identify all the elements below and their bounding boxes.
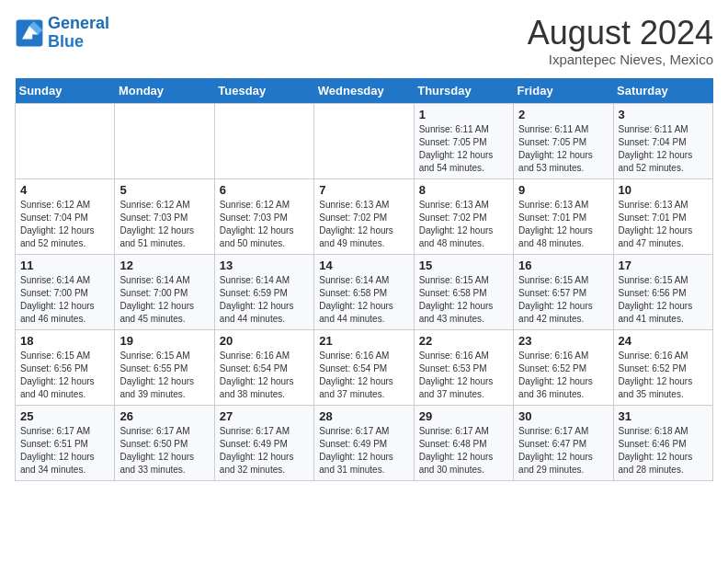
- day-number: 21: [319, 334, 408, 348]
- calendar-cell: [314, 103, 414, 178]
- day-info: Sunrise: 6:17 AM Sunset: 6:47 PM Dayligh…: [518, 425, 608, 477]
- day-info: Sunrise: 6:13 AM Sunset: 7:02 PM Dayligh…: [419, 199, 508, 250]
- calendar-cell: 8Sunrise: 6:13 AM Sunset: 7:02 PM Daylig…: [414, 178, 513, 254]
- day-number: 26: [119, 409, 209, 423]
- week-row-2: 4Sunrise: 6:12 AM Sunset: 7:04 PM Daylig…: [16, 178, 713, 254]
- day-info: Sunrise: 6:17 AM Sunset: 6:51 PM Dayligh…: [20, 425, 109, 477]
- week-row-1: 1Sunrise: 6:11 AM Sunset: 7:05 PM Daylig…: [16, 103, 713, 178]
- day-number: 25: [20, 409, 109, 423]
- calendar-table: SundayMondayTuesdayWednesdayThursdayFrid…: [15, 78, 713, 481]
- calendar-cell: 20Sunrise: 6:16 AM Sunset: 6:54 PM Dayli…: [214, 329, 313, 405]
- day-info: Sunrise: 6:14 AM Sunset: 6:58 PM Dayligh…: [319, 274, 408, 326]
- calendar-cell: 4Sunrise: 6:12 AM Sunset: 7:04 PM Daylig…: [16, 178, 115, 254]
- day-number: 30: [518, 409, 608, 423]
- calendar-cell: 7Sunrise: 6:13 AM Sunset: 7:02 PM Daylig…: [314, 178, 414, 254]
- calendar-cell: 14Sunrise: 6:14 AM Sunset: 6:58 PM Dayli…: [314, 254, 414, 329]
- title-block: August 2024 Ixpantepec Nieves, Mexico: [528, 15, 713, 67]
- day-info: Sunrise: 6:16 AM Sunset: 6:52 PM Dayligh…: [619, 350, 708, 401]
- day-number: 27: [220, 409, 309, 423]
- day-number: 22: [419, 334, 508, 348]
- calendar-cell: 27Sunrise: 6:17 AM Sunset: 6:49 PM Dayli…: [214, 405, 313, 480]
- day-number: 13: [220, 259, 309, 272]
- day-info: Sunrise: 6:12 AM Sunset: 7:03 PM Dayligh…: [220, 199, 309, 250]
- week-row-3: 11Sunrise: 6:14 AM Sunset: 7:00 PM Dayli…: [16, 254, 713, 329]
- calendar-cell: 10Sunrise: 6:13 AM Sunset: 7:01 PM Dayli…: [613, 178, 712, 254]
- day-number: 1: [419, 108, 508, 121]
- day-info: Sunrise: 6:14 AM Sunset: 7:00 PM Dayligh…: [20, 274, 109, 326]
- day-info: Sunrise: 6:13 AM Sunset: 7:01 PM Dayligh…: [619, 199, 708, 250]
- day-number: 3: [619, 108, 708, 121]
- day-info: Sunrise: 6:16 AM Sunset: 6:52 PM Dayligh…: [518, 350, 608, 401]
- calendar-cell: 1Sunrise: 6:11 AM Sunset: 7:05 PM Daylig…: [414, 103, 513, 178]
- calendar-cell: 26Sunrise: 6:17 AM Sunset: 6:50 PM Dayli…: [115, 405, 214, 480]
- day-info: Sunrise: 6:15 AM Sunset: 6:55 PM Dayligh…: [119, 350, 209, 401]
- calendar-cell: 19Sunrise: 6:15 AM Sunset: 6:55 PM Dayli…: [115, 329, 214, 405]
- week-row-4: 18Sunrise: 6:15 AM Sunset: 6:56 PM Dayli…: [16, 329, 713, 405]
- calendar-cell: 12Sunrise: 6:14 AM Sunset: 7:00 PM Dayli…: [115, 254, 214, 329]
- day-number: 10: [619, 183, 708, 197]
- calendar-cell: 13Sunrise: 6:14 AM Sunset: 6:59 PM Dayli…: [214, 254, 313, 329]
- calendar-cell: 11Sunrise: 6:14 AM Sunset: 7:00 PM Dayli…: [16, 254, 115, 329]
- day-number: 19: [119, 334, 209, 348]
- day-header-friday: Friday: [514, 78, 613, 104]
- calendar-cell: 22Sunrise: 6:16 AM Sunset: 6:53 PM Dayli…: [414, 329, 513, 405]
- day-number: 2: [518, 108, 608, 121]
- day-number: 9: [518, 183, 608, 197]
- calendar-cell: 29Sunrise: 6:17 AM Sunset: 6:48 PM Dayli…: [414, 405, 513, 480]
- calendar-cell: 5Sunrise: 6:12 AM Sunset: 7:03 PM Daylig…: [115, 178, 214, 254]
- calendar-cell: 17Sunrise: 6:15 AM Sunset: 6:56 PM Dayli…: [613, 254, 712, 329]
- day-header-tuesday: Tuesday: [214, 78, 313, 104]
- day-number: 17: [619, 259, 708, 272]
- day-number: 29: [419, 409, 508, 423]
- calendar-cell: 25Sunrise: 6:17 AM Sunset: 6:51 PM Dayli…: [16, 405, 115, 480]
- logo-icon: [15, 18, 44, 48]
- calendar-cell: 30Sunrise: 6:17 AM Sunset: 6:47 PM Dayli…: [514, 405, 613, 480]
- day-number: 24: [619, 334, 708, 348]
- calendar-cell: [214, 103, 313, 178]
- day-info: Sunrise: 6:11 AM Sunset: 7:05 PM Dayligh…: [419, 123, 508, 175]
- calendar-cell: 18Sunrise: 6:15 AM Sunset: 6:56 PM Dayli…: [16, 329, 115, 405]
- day-info: Sunrise: 6:15 AM Sunset: 6:57 PM Dayligh…: [518, 274, 608, 326]
- day-number: 23: [518, 334, 608, 348]
- day-header-sunday: Sunday: [16, 78, 115, 104]
- day-info: Sunrise: 6:16 AM Sunset: 6:54 PM Dayligh…: [220, 350, 309, 401]
- day-info: Sunrise: 6:18 AM Sunset: 6:46 PM Dayligh…: [619, 425, 708, 477]
- day-info: Sunrise: 6:12 AM Sunset: 7:04 PM Dayligh…: [20, 199, 109, 250]
- calendar-cell: 24Sunrise: 6:16 AM Sunset: 6:52 PM Dayli…: [613, 329, 712, 405]
- day-info: Sunrise: 6:16 AM Sunset: 6:53 PM Dayligh…: [419, 350, 508, 401]
- calendar-cell: 3Sunrise: 6:11 AM Sunset: 7:04 PM Daylig…: [613, 103, 712, 178]
- calendar-cell: [115, 103, 214, 178]
- calendar-cell: 2Sunrise: 6:11 AM Sunset: 7:05 PM Daylig…: [514, 103, 613, 178]
- calendar-cell: 28Sunrise: 6:17 AM Sunset: 6:49 PM Dayli…: [314, 405, 414, 480]
- day-number: 14: [319, 259, 408, 272]
- logo: General Blue: [15, 15, 109, 52]
- day-header-wednesday: Wednesday: [314, 78, 414, 104]
- day-info: Sunrise: 6:15 AM Sunset: 6:56 PM Dayligh…: [20, 350, 109, 401]
- calendar-cell: 9Sunrise: 6:13 AM Sunset: 7:01 PM Daylig…: [514, 178, 613, 254]
- calendar-cell: 31Sunrise: 6:18 AM Sunset: 6:46 PM Dayli…: [613, 405, 712, 480]
- week-row-5: 25Sunrise: 6:17 AM Sunset: 6:51 PM Dayli…: [16, 405, 713, 480]
- day-number: 12: [119, 259, 209, 272]
- day-info: Sunrise: 6:15 AM Sunset: 6:58 PM Dayligh…: [419, 274, 508, 326]
- day-number: 16: [518, 259, 608, 272]
- logo-text: General Blue: [48, 15, 109, 52]
- day-header-saturday: Saturday: [613, 78, 712, 104]
- day-number: 18: [20, 334, 109, 348]
- day-info: Sunrise: 6:17 AM Sunset: 6:49 PM Dayligh…: [319, 425, 408, 477]
- day-number: 7: [319, 183, 408, 197]
- day-info: Sunrise: 6:17 AM Sunset: 6:48 PM Dayligh…: [419, 425, 508, 477]
- logo-line2: Blue: [48, 32, 84, 51]
- calendar-cell: 21Sunrise: 6:16 AM Sunset: 6:54 PM Dayli…: [314, 329, 414, 405]
- day-info: Sunrise: 6:13 AM Sunset: 7:01 PM Dayligh…: [518, 199, 608, 250]
- day-info: Sunrise: 6:17 AM Sunset: 6:49 PM Dayligh…: [220, 425, 309, 477]
- day-info: Sunrise: 6:14 AM Sunset: 7:00 PM Dayligh…: [119, 274, 209, 326]
- day-info: Sunrise: 6:15 AM Sunset: 6:56 PM Dayligh…: [619, 274, 708, 326]
- calendar-cell: [16, 103, 115, 178]
- day-number: 31: [619, 409, 708, 423]
- logo-line1: General: [48, 14, 109, 32]
- calendar-cell: 16Sunrise: 6:15 AM Sunset: 6:57 PM Dayli…: [514, 254, 613, 329]
- day-info: Sunrise: 6:14 AM Sunset: 6:59 PM Dayligh…: [220, 274, 309, 326]
- day-number: 4: [20, 183, 109, 197]
- day-info: Sunrise: 6:12 AM Sunset: 7:03 PM Dayligh…: [119, 199, 209, 250]
- calendar-cell: 23Sunrise: 6:16 AM Sunset: 6:52 PM Dayli…: [514, 329, 613, 405]
